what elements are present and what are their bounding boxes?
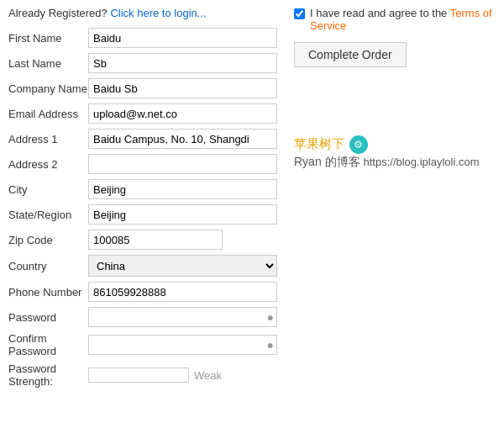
password-input-wrapper: ● (88, 307, 277, 327)
watermark-url: https://blog.iplayloli.com (363, 156, 479, 168)
company-name-row: Company Name (8, 78, 277, 98)
address-1-label: Address 1 (8, 133, 88, 145)
zip-code-row: Zip Code (8, 230, 277, 250)
phone-number-input[interactable] (88, 282, 277, 302)
last-name-input[interactable] (88, 53, 277, 73)
password-strength-label: Password Strength: (8, 362, 88, 388)
address-2-label: Address 2 (8, 158, 88, 171)
terms-text: I have read and agree to the (310, 7, 447, 19)
phone-number-row: Phone Number (8, 282, 277, 302)
password-row: Password ● (8, 307, 277, 327)
country-select[interactable]: China United States United Kingdom Japan… (88, 255, 277, 277)
login-link[interactable]: Click here to login... (110, 7, 206, 19)
state-region-input[interactable] (88, 204, 277, 225)
watermark-chinese: 苹果树下 (294, 136, 344, 151)
confirm-password-input-wrapper: ● (88, 335, 277, 355)
state-region-row: State/Region (8, 204, 277, 225)
last-name-row: Last Name (8, 53, 277, 73)
city-label: City (8, 183, 88, 196)
watermark-blogger: Ryan 的博客 (294, 155, 360, 168)
confirm-password-label: Confirm Password (8, 332, 88, 357)
country-label: Country (8, 260, 88, 272)
password-toggle-icon[interactable]: ● (267, 310, 274, 324)
terms-checkbox[interactable] (294, 8, 305, 19)
confirm-password-row: Confirm Password ● (8, 332, 277, 357)
gear-icon: ⚙ (349, 135, 368, 154)
address-1-row: Address 1 (8, 129, 277, 149)
password-label: Password (8, 311, 88, 324)
company-name-label: Company Name (8, 82, 88, 95)
terms-row: I have read and agree to the Terms of Se… (294, 7, 496, 32)
address-1-input[interactable] (88, 129, 277, 149)
country-row: Country China United States United Kingd… (8, 255, 277, 277)
city-row: City (8, 179, 277, 199)
password-strength-bar (88, 367, 189, 383)
email-address-label: Email Address (8, 108, 88, 120)
complete-order-button[interactable]: Complete Order (294, 42, 407, 67)
email-address-input[interactable] (88, 103, 277, 124)
phone-number-label: Phone Number (8, 286, 88, 299)
first-name-label: First Name (8, 32, 88, 45)
password-strength-text: Weak (194, 369, 222, 382)
address-2-row: Address 2 (8, 154, 277, 174)
email-address-row: Email Address (8, 103, 277, 124)
already-registered-text: Already Registered? Click here to login.… (8, 7, 277, 19)
password-strength-row: Password Strength: Weak (8, 362, 277, 388)
confirm-password-toggle-icon[interactable]: ● (267, 338, 274, 352)
address-2-input[interactable] (88, 154, 277, 174)
zip-code-label: Zip Code (8, 234, 88, 246)
last-name-label: Last Name (8, 57, 88, 70)
zip-code-input[interactable] (88, 230, 223, 250)
state-region-label: State/Region (8, 209, 88, 221)
company-name-input[interactable] (88, 78, 277, 98)
first-name-input[interactable] (88, 28, 277, 48)
watermark: 苹果树下 ⚙ Ryan 的博客 https://blog.iplayloli.c… (294, 135, 479, 171)
confirm-password-input[interactable] (88, 335, 277, 355)
city-input[interactable] (88, 179, 277, 199)
first-name-row: First Name (8, 28, 277, 48)
password-input[interactable] (88, 307, 277, 327)
